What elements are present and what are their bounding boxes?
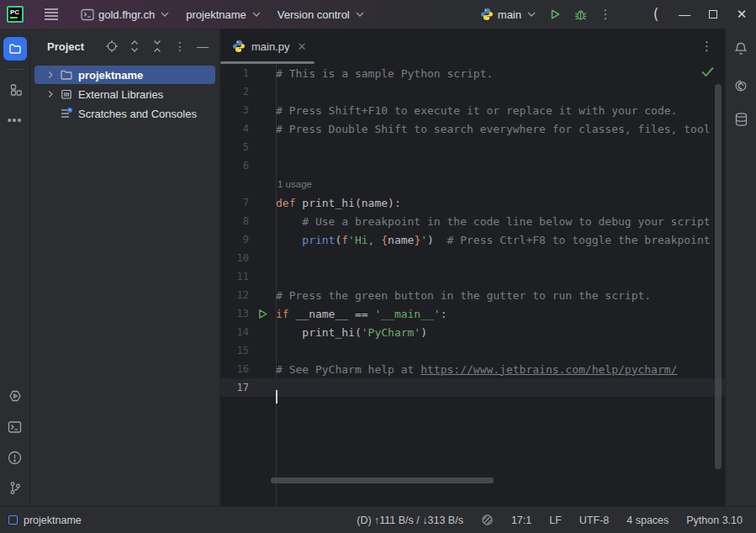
code-line-6[interactable]: 6 [220, 156, 725, 175]
usage-inlay-label[interactable]: 1 usage [220, 179, 312, 189]
project-widget[interactable]: projektname [179, 4, 267, 25]
vcs-widget-label: Version control [278, 8, 350, 21]
run-configuration-widget[interactable]: main [473, 3, 542, 25]
title-bar: PC gold.fhgr.ch projek [0, 0, 756, 29]
run-button[interactable] [542, 3, 568, 26]
code-line-9[interactable]: 9 print(f'Hi, {name}') # Press Ctrl+F8 t… [220, 230, 725, 249]
code-line-3[interactable]: 3# Press Shift+F10 to execute it or repl… [220, 101, 725, 119]
right-tool-window-stripe [725, 29, 756, 506]
highlighting-status-icon[interactable] [481, 514, 494, 526]
python-icon [232, 40, 246, 53]
editor-area: main.py ✕ ⋮ 1# This is a sample Python s… [220, 29, 725, 506]
code-line-2[interactable]: 2 [220, 82, 725, 101]
version-control-tool-window-button[interactable] [3, 476, 27, 499]
editor-options-kebab-icon[interactable]: ⋮ [700, 39, 713, 54]
code-text: # See PyCharm help at https://www.jetbra… [276, 363, 725, 376]
code-text: print_hi('PyCharm') [276, 326, 725, 339]
database-icon[interactable] [729, 108, 753, 131]
chevron-right-icon[interactable] [43, 89, 58, 99]
horizontal-scrollbar[interactable] [271, 478, 494, 483]
options-kebab-icon[interactable]: ⋮ [172, 38, 188, 55]
terminal-tool-window-button[interactable] [3, 415, 27, 439]
code-editor[interactable]: 1# This is a sample Python script.23# Pr… [220, 64, 725, 506]
line-separator[interactable]: LF [549, 515, 562, 526]
tab-label: main.py [251, 40, 290, 53]
code-line-12[interactable]: 12# Press the green button in the gutter… [220, 286, 725, 304]
chevron-right-icon[interactable] [43, 70, 58, 80]
code-line-11[interactable]: 11 [220, 267, 725, 286]
code-line-16[interactable]: 16# See PyCharm help at https://www.jetb… [220, 360, 725, 378]
close-button[interactable]: ✕ [727, 2, 756, 27]
gutter-run-icon[interactable] [249, 309, 276, 319]
editor-tab-bar: main.py ✕ ⋮ [220, 29, 725, 64]
main-area: ••• [0, 29, 756, 506]
line-number: 15 [220, 345, 249, 356]
code-line-10[interactable]: 10 [220, 249, 725, 267]
scratches-icon [58, 107, 75, 120]
line-number: 13 [220, 308, 249, 319]
main-menu-burger-icon[interactable] [39, 3, 64, 26]
code-line-7[interactable]: 7def print_hi(name): [220, 193, 725, 212]
folder-icon [58, 68, 75, 82]
file-encoding[interactable]: UTF-8 [579, 515, 609, 526]
run-tool-window-button[interactable] [3, 385, 27, 409]
code-line-14[interactable]: 14 print_hi('PyCharm') [220, 323, 725, 341]
pycharm-logo: PC [7, 6, 24, 23]
tree-item-external-libraries[interactable]: External Libraries [34, 85, 215, 103]
debug-button[interactable] [568, 3, 593, 26]
inspections-ok-check-icon[interactable] [701, 66, 714, 77]
tab-close-icon[interactable]: ✕ [298, 40, 307, 53]
code-line-15[interactable]: 15 [220, 341, 725, 360]
tree-item-label: projektname [78, 69, 143, 82]
code-line-1[interactable]: 1# This is a sample Python script. [220, 64, 725, 82]
indent-style[interactable]: 4 spaces [626, 515, 669, 526]
ai-assistant-icon[interactable] [729, 74, 753, 98]
remote-host-widget[interactable]: gold.fhgr.ch [74, 4, 176, 25]
vcs-widget[interactable]: Version control [271, 4, 371, 25]
tree-item-scratches-and-consoles[interactable]: Scratches and Consoles [34, 104, 215, 123]
usage-inlay-hint[interactable]: 1 usage [220, 175, 725, 193]
caret-position[interactable]: 17:1 [511, 515, 531, 526]
tab-main-py[interactable]: main.py ✕ [220, 29, 316, 64]
library-icon [58, 87, 75, 101]
project-tool-window-button[interactable] [3, 37, 27, 61]
notifications-bell-icon[interactable] [729, 37, 753, 61]
line-number: 16 [220, 363, 249, 375]
vertical-scrollbar[interactable] [715, 84, 722, 469]
line-number: 11 [220, 271, 249, 282]
tree-item-projektname[interactable]: projektname [34, 66, 215, 84]
code-line-13[interactable]: 13if __name__ == '__main__': [220, 304, 725, 323]
line-number: 9 [220, 234, 249, 245]
window-shade-button[interactable]: ( [642, 2, 670, 27]
chevron-down-icon [356, 12, 364, 17]
line-number: 1 [220, 67, 249, 79]
chevron-down-icon [161, 12, 169, 17]
collapse-all-icon[interactable] [149, 38, 166, 55]
code-line-17[interactable]: 17 [220, 378, 725, 397]
pycharm-logo-text: PC [10, 8, 19, 16]
project-panel-title: Project [47, 40, 84, 53]
status-bar: projektname (D) ↑111 B/s / ↓313 B/s17:1L… [0, 506, 756, 533]
expand-all-icon[interactable] [126, 38, 143, 55]
tree-item-label: External Libraries [78, 88, 163, 101]
status-project-widget[interactable]: projektname [8, 515, 82, 526]
stripe-divider [7, 69, 24, 70]
code-line-5[interactable]: 5 [220, 138, 725, 156]
more-tool-windows-button[interactable]: ••• [3, 108, 27, 132]
ssh-terminal-icon [81, 8, 94, 21]
network-traffic[interactable]: (D) ↑111 B/s / ↓313 B/s [357, 515, 463, 526]
code-line-8[interactable]: 8 # Use a breakpoint in the code line be… [220, 212, 725, 230]
hide-panel-icon[interactable]: — [194, 38, 211, 55]
locate-file-icon[interactable] [103, 38, 120, 55]
minimize-button[interactable]: — [670, 2, 699, 27]
maximize-button[interactable] [699, 2, 727, 27]
line-number: 7 [220, 197, 249, 208]
code-text: if __name__ == '__main__': [276, 308, 725, 320]
line-number: 17 [220, 382, 249, 393]
code-line-4[interactable]: 4# Press Double Shift to search everywhe… [220, 119, 725, 138]
python-interpreter[interactable]: Python 3.10 [686, 515, 743, 526]
more-actions-kebab-icon[interactable]: ⋮ [593, 3, 618, 26]
structure-tool-window-button[interactable] [3, 78, 27, 102]
line-number: 10 [220, 252, 249, 264]
problems-tool-window-button[interactable] [3, 446, 27, 469]
